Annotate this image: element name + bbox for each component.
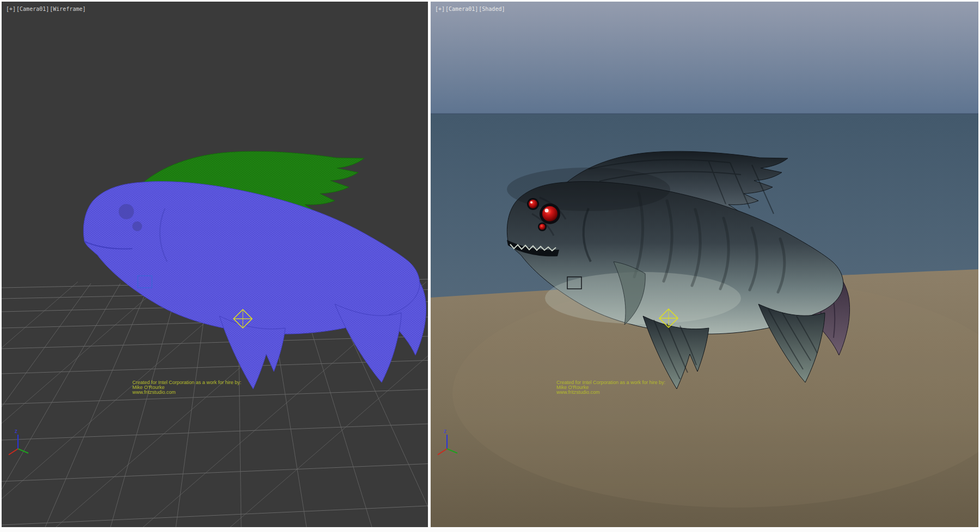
- fish-eye-small: [132, 221, 142, 231]
- viewport-pov-menu[interactable]: [Camera01]: [445, 6, 478, 12]
- fish-eye: [119, 204, 134, 219]
- eye-highlight: [530, 201, 532, 203]
- axis-z-label: z: [444, 428, 446, 434]
- watermark: Created for Intel Corporation as a work …: [132, 380, 241, 395]
- watermark-line: www.fritzstudio.com: [556, 390, 665, 395]
- fish-eye: [542, 206, 558, 221]
- wireframe-canvas[interactable]: z: [2, 2, 428, 527]
- watermark-line: www.fritzstudio.com: [132, 390, 241, 395]
- viewport-shaded[interactable]: [+][Camera01][Shaded]: [431, 2, 978, 527]
- viewport-shading-menu[interactable]: [Shaded]: [479, 6, 505, 12]
- watermark: Created for Intel Corporation as a work …: [556, 380, 665, 395]
- viewport-shading-menu[interactable]: [Wireframe]: [50, 6, 85, 12]
- sky: [431, 2, 978, 114]
- viewport-label: [+][Camera01][Shaded]: [435, 6, 505, 12]
- viewport-wireframe[interactable]: [+][Camera01][Wireframe]: [2, 2, 428, 527]
- eye-highlight: [545, 209, 549, 213]
- axis-z-label: z: [15, 428, 17, 434]
- fish-eye-tiny: [540, 224, 546, 230]
- viewport-general-menu[interactable]: [+]: [435, 6, 445, 12]
- fish-eye-small: [529, 200, 537, 208]
- viewport-pov-menu[interactable]: [Camera01]: [16, 6, 49, 12]
- shaded-canvas[interactable]: z: [431, 2, 978, 527]
- viewport-label: [+][Camera01][Wireframe]: [6, 6, 87, 12]
- viewport-area: [+][Camera01][Wireframe]: [0, 0, 980, 532]
- viewport-general-menu[interactable]: [+]: [6, 6, 16, 12]
